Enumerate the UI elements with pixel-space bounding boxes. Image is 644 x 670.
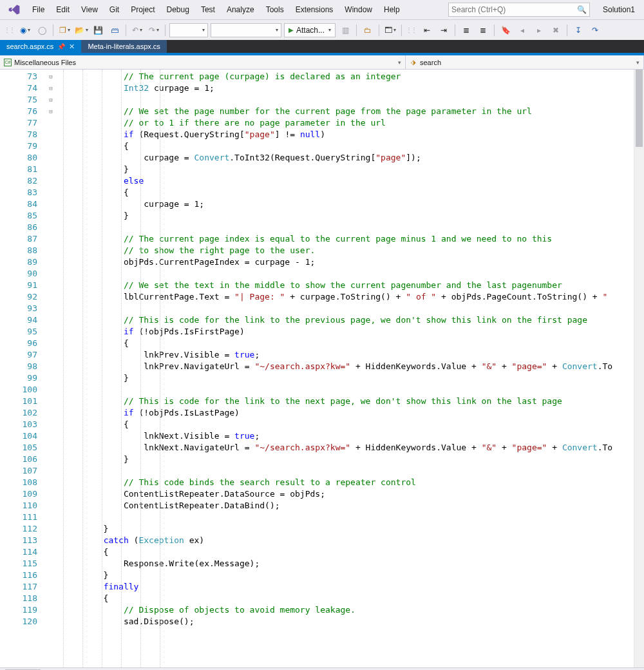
nav-fwd-button[interactable]: ◯	[35, 23, 49, 37]
menu-debug[interactable]: Debug	[162, 3, 194, 17]
clear-bookmarks-button[interactable]: ✖	[549, 23, 563, 37]
save-all-button[interactable]: 🗃	[108, 23, 122, 37]
step-over-button[interactable]: ↷	[588, 23, 602, 37]
indent-decrease-button[interactable]: ⇤	[420, 23, 434, 37]
code-editor[interactable]: 7374757677787980818283848586878889909192…	[0, 70, 644, 667]
code-content[interactable]: // The current page (curpage) is declare…	[55, 70, 634, 627]
comment-button[interactable]: ≣	[459, 23, 473, 37]
menu-window[interactable]: Window	[339, 3, 377, 17]
menu-analyze[interactable]: Analyze	[222, 3, 260, 17]
menu-bar: FileEditViewGitProjectDebugTestAnalyzeTo…	[0, 0, 644, 19]
tab-label: Meta-in-literals.aspx.cs	[88, 43, 160, 50]
nav-back-button[interactable]: ◉▾	[18, 23, 32, 37]
nav-member-label: search	[420, 59, 441, 66]
nav-project-label: Miscellaneous Files	[14, 59, 76, 66]
toolbar-separator	[126, 24, 126, 36]
toolbar-separator	[53, 24, 53, 36]
chevron-down-icon: ▾	[636, 59, 639, 66]
editor-status-strip: 107 %▾ No issues found ✎ | ◂ ▸	[0, 667, 644, 670]
toolbar-separator	[567, 24, 567, 36]
menu-edit[interactable]: Edit	[51, 3, 75, 17]
tab-meta-in-literals[interactable]: Meta-in-literals.aspx.cs	[81, 40, 166, 53]
toolbar-separator	[379, 24, 379, 36]
prev-bookmark-button[interactable]: ◂	[515, 23, 529, 37]
scrollbar-thumb[interactable]	[636, 70, 643, 147]
solution-label[interactable]: Solution1	[596, 3, 641, 17]
tab-search-aspx-cs[interactable]: search.aspx.cs 📌 ✕	[0, 40, 81, 53]
redo-button[interactable]: ↷▾	[147, 23, 161, 37]
close-icon[interactable]: ✕	[69, 43, 75, 51]
find-button[interactable]: 🗔▾	[383, 23, 397, 37]
menu-extensions[interactable]: Extensions	[290, 3, 339, 17]
navigation-bar: C# Miscellaneous Files ▾ ⬗ search ▾	[0, 55, 644, 70]
vertical-scrollbar[interactable]	[634, 70, 644, 667]
toolbar-separator	[455, 24, 455, 36]
new-project-button[interactable]: ❐▾	[57, 23, 71, 37]
menu-test[interactable]: Test	[196, 3, 220, 17]
class-icon: ⬗	[410, 59, 417, 66]
solution-config-combo[interactable]: ▾	[169, 23, 208, 37]
step-into-button[interactable]: ↧	[571, 23, 585, 37]
next-bookmark-button[interactable]: ▸	[532, 23, 546, 37]
menu-tools[interactable]: Tools	[261, 3, 289, 17]
chevron-down-icon: ▾	[398, 59, 401, 66]
menu-file[interactable]: File	[27, 3, 50, 17]
indent-increase-button[interactable]: ⇥	[437, 23, 451, 37]
csharp-file-icon: C#	[4, 59, 12, 66]
attach-label: Attach...	[296, 26, 325, 35]
toolbar-separator	[401, 24, 402, 36]
toolbar-grip-icon: ⋮⋮	[4, 26, 14, 34]
menu-view[interactable]: View	[76, 3, 103, 17]
pin-icon[interactable]: 📌	[57, 43, 65, 50]
open-file-button[interactable]: 📂▾	[74, 23, 88, 37]
nav-member-combo[interactable]: ⬗ search ▾	[406, 55, 644, 69]
quick-search-input[interactable]	[451, 5, 577, 14]
uncomment-button[interactable]: ≣	[476, 23, 490, 37]
toolbar-separator	[356, 24, 357, 36]
menu-help[interactable]: Help	[379, 3, 405, 17]
solution-platform-combo[interactable]: ▾	[211, 23, 281, 37]
standard-toolbar: ⋮⋮ ◉▾ ◯ ❐▾ 📂▾ 💾 🗃 ↶▾ ↷▾ ▾ ▾ ▶Attach...▾ …	[0, 19, 644, 40]
document-tabs: search.aspx.cs 📌 ✕ Meta-in-literals.aspx…	[0, 40, 644, 55]
line-number-gutter: 7374757677787980818283848586878889909192…	[0, 70, 46, 667]
menu-project[interactable]: Project	[126, 3, 160, 17]
nav-project-combo[interactable]: C# Miscellaneous Files ▾	[0, 55, 406, 69]
vs-logo-icon	[6, 2, 22, 17]
menu-git[interactable]: Git	[104, 3, 124, 17]
toolbar-separator	[494, 24, 495, 36]
undo-button[interactable]: ↶▾	[130, 23, 144, 37]
tab-label: search.aspx.cs	[6, 43, 53, 50]
new-folder-button[interactable]: 🗀	[361, 23, 375, 37]
debug-target-button[interactable]: ▥	[338, 23, 352, 37]
quick-search[interactable]: 🔍	[448, 3, 590, 17]
save-button[interactable]: 💾	[91, 23, 105, 37]
attach-button[interactable]: ▶Attach...▾	[284, 23, 336, 37]
toolbar-separator	[165, 24, 166, 36]
fold-gutter[interactable]: ⊟⊟⊟⊟	[46, 70, 55, 667]
bookmark-button[interactable]: 🔖	[498, 23, 513, 37]
search-icon: 🔍	[577, 5, 587, 14]
toolbar-grip-icon: ⋮⋮	[406, 26, 416, 34]
